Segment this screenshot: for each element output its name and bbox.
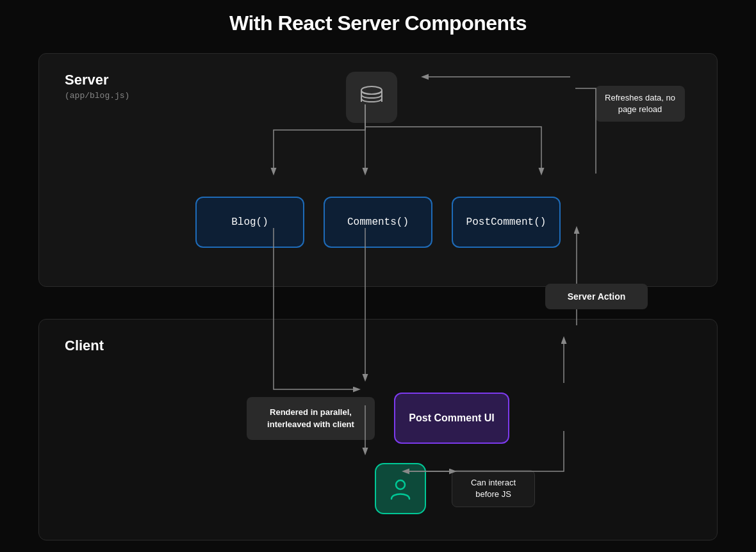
page-title: With React Server Components: [38, 12, 718, 35]
database-icon: [358, 84, 385, 111]
user-icon-box: [375, 463, 426, 514]
rendered-label: Rendered in parallel, interleaved with c…: [247, 397, 375, 440]
comments-node: Comments(): [324, 197, 432, 248]
nodes-row: Blog() Comments() PostComment(): [65, 197, 691, 248]
interact-label: Can interact before JS: [452, 470, 535, 507]
blog-node: Blog(): [195, 197, 304, 248]
svg-point-3: [396, 480, 405, 489]
client-label: Client: [65, 337, 691, 354]
database-box: [346, 72, 397, 123]
server-section: Server (app/blog.js) Refreshes data, no …: [38, 53, 718, 287]
diagram-container: With React Server Components Server (app…: [38, 12, 718, 540]
user-icon: [388, 476, 413, 501]
client-content: Rendered in parallel, interleaved with c…: [65, 393, 691, 444]
refresh-label: Refreshes data, no page reload: [595, 86, 685, 122]
post-comment-ui: Post Comment UI: [394, 393, 509, 444]
bottom-row: Can interact before JS: [65, 463, 691, 514]
server-action-box: Server Action: [545, 284, 648, 309]
client-section: Client Rendered in parallel, interleaved…: [38, 319, 718, 540]
post-comment-node: PostComment(): [452, 197, 561, 248]
